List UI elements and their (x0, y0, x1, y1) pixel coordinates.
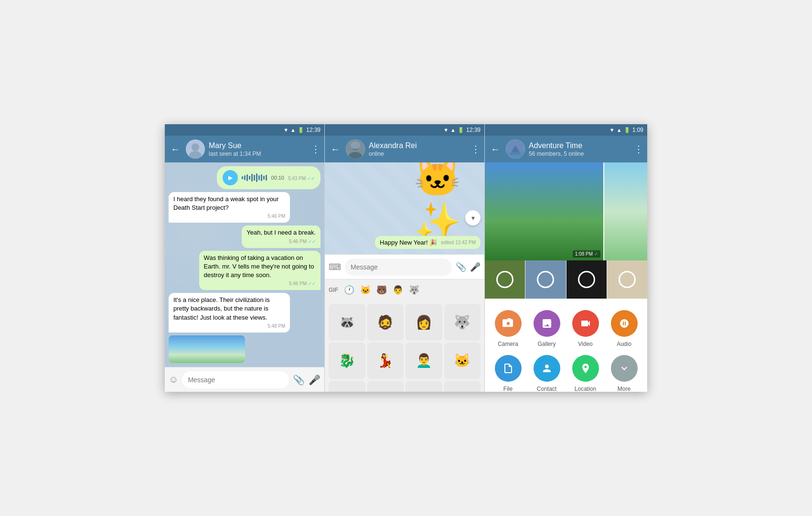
back-button-3[interactable]: ← (489, 142, 502, 157)
battery-icon: 🔋 (298, 127, 304, 133)
action-contact[interactable]: Contact (527, 351, 566, 392)
header-info-3: Adventure Time 56 members, 5 online (529, 141, 630, 157)
message-text-4: It's a nice place. Their civilization is… (173, 296, 270, 321)
edited-text: edited 12:42 PM (441, 240, 476, 245)
sticker-raccoon[interactable]: 🦝 (329, 304, 365, 341)
recent-tab[interactable]: 🕐 (344, 285, 354, 295)
header-info-2: Alexandra Rei online (369, 141, 467, 157)
camera-circle (495, 310, 522, 337)
attach-icon-1[interactable]: 📎 (293, 374, 305, 386)
message-input-1[interactable] (182, 371, 289, 388)
message-time-3: 5:46 PM ✓✓ (204, 280, 316, 287)
header-name-1: Mary Sue (209, 141, 307, 150)
video-label: Video (578, 341, 592, 347)
screen-alexandra: ▼ ▲ 🔋 12:39 ← Alexandra Rei online ⋮ (325, 124, 485, 392)
sticker-man1[interactable]: 🧔 (367, 304, 404, 341)
thumb-4[interactable] (607, 260, 647, 299)
play-button[interactable]: ▶ (223, 170, 238, 185)
waveform (242, 173, 267, 183)
voice-duration: 00:10 (271, 175, 284, 181)
more-circle (611, 355, 638, 382)
gallery-label: Gallery (537, 341, 556, 347)
thumb-1[interactable] (485, 260, 525, 299)
battery-icon-2: 🔋 (458, 127, 464, 133)
sticker-dancer[interactable]: 💃 (367, 343, 404, 379)
back-button-1[interactable]: ← (169, 142, 182, 157)
location-circle (572, 355, 599, 382)
sticker-wolf[interactable]: 🐺 (444, 304, 481, 341)
status-bar-3: ▼ ▲ 🔋 1:09 (485, 124, 647, 136)
message-in-2: It's a nice place. Their civilization is… (169, 293, 290, 333)
voice-time: 5:43 PM ✓✓ (288, 176, 315, 181)
action-gallery[interactable]: Gallery (527, 306, 566, 351)
chat-header-3: ← Adventure Time 56 members, 5 online ⋮ (485, 136, 647, 162)
mic-icon-2[interactable]: 🎤 (470, 262, 481, 272)
sticker-man2[interactable]: 👨‍🦱 (406, 343, 442, 379)
image-message (169, 335, 245, 363)
avatar-mary-sue (186, 140, 205, 159)
header-menu-2[interactable]: ⋮ (471, 143, 481, 155)
message-out-2: Was thinking of taking a vacation on Ear… (199, 251, 321, 290)
mic-icon-1[interactable]: 🎤 (309, 374, 321, 386)
wifi-icon: ▼ (283, 127, 288, 133)
contact-label: Contact (537, 386, 556, 392)
more-label: More (618, 386, 630, 392)
sticker-santa[interactable]: 🎅 (444, 381, 481, 392)
header-name-2: Alexandra Rei (369, 141, 467, 150)
thumb-3[interactable] (566, 260, 607, 299)
screen-mary-sue: ▼ ▲ 🔋 12:39 ← Mary Sue last seen at 1:34… (165, 124, 325, 392)
message-text-1: I heard they found a weak spot in your D… (173, 195, 278, 211)
screens-container: ▼ ▲ 🔋 12:39 ← Mary Sue last seen at 1:34… (165, 124, 647, 392)
action-file[interactable]: File (489, 351, 527, 392)
sticker-girl[interactable]: 👧 (329, 381, 365, 392)
gallery-circle (534, 310, 560, 337)
chat-header-1: ← Mary Sue last seen at 1:34 PM ⋮ (165, 136, 324, 162)
action-location[interactable]: Location (566, 351, 605, 392)
wolf-sticker-tab[interactable]: 🐺 (409, 285, 419, 295)
message-time-4: 5:48 PM (173, 323, 285, 330)
attach-icon-2[interactable]: 📎 (456, 262, 466, 272)
header-menu-1[interactable]: ⋮ (311, 143, 321, 155)
sticker-oldman[interactable]: 👴 (406, 381, 442, 392)
action-grid: Camera Gallery Video (485, 299, 647, 392)
action-video[interactable]: Video (566, 306, 605, 351)
action-audio[interactable]: Audio (605, 306, 643, 351)
man-sticker-tab[interactable]: 👨 (393, 285, 403, 295)
status-time-2: 12:39 (466, 127, 481, 133)
keyboard-icon[interactable]: ⌨ (329, 262, 341, 272)
sticker-cat[interactable]: 🐱 (444, 343, 481, 379)
action-camera[interactable]: Camera (489, 306, 527, 351)
thumbnail-row (485, 260, 647, 299)
scroll-down-button[interactable]: ▾ (465, 210, 481, 226)
svg-point-1 (192, 143, 199, 151)
avatar-adventure-time (506, 140, 525, 159)
sticker-woman1[interactable]: 👩 (406, 304, 442, 341)
screen-adventure-time: ▼ ▲ 🔋 1:09 ← Adventure Time 56 members, … (485, 124, 647, 392)
message-time-1: 5:46 PM (173, 213, 285, 220)
sticker-toolbar: GIF 🕐 🐱 🐻 👨 🐺 (325, 279, 484, 300)
main-landscape-image: 1:08 PM ✓ (485, 162, 603, 260)
top-images-section: 1:08 PM ✓ (485, 162, 647, 260)
file-circle (495, 355, 522, 382)
input-bar-1: ☺ 📎 🎤 (165, 367, 324, 392)
back-button-2[interactable]: ← (329, 142, 342, 157)
emoji-icon-1[interactable]: ☺ (169, 374, 178, 385)
video-circle (572, 310, 599, 337)
status-time-3: 1:09 (632, 127, 643, 133)
cat-sticker-tab[interactable]: 🐱 (360, 285, 371, 295)
bear-sticker-tab[interactable]: 🐻 (376, 285, 387, 295)
message-input-2[interactable] (345, 258, 452, 276)
message-time-2: 5:46 PM ✓✓ (246, 238, 316, 245)
header-menu-3[interactable]: ⋮ (634, 143, 643, 155)
secondary-image (604, 162, 647, 260)
contact-circle (534, 355, 560, 382)
voice-message: ▶ 00:10 5:43 PM ✓✓ (217, 166, 321, 189)
sticker-dragon[interactable]: 🐉 (329, 343, 365, 379)
gif-tab[interactable]: GIF (329, 287, 338, 293)
sticker-wolf2[interactable]: 🐺 (367, 381, 404, 392)
action-more[interactable]: More (605, 351, 643, 392)
image-placeholder (169, 335, 245, 363)
header-status-2: online (369, 150, 467, 157)
message-text-2: Yeah, but I need a break. (246, 229, 316, 236)
thumb-2[interactable] (525, 260, 566, 299)
